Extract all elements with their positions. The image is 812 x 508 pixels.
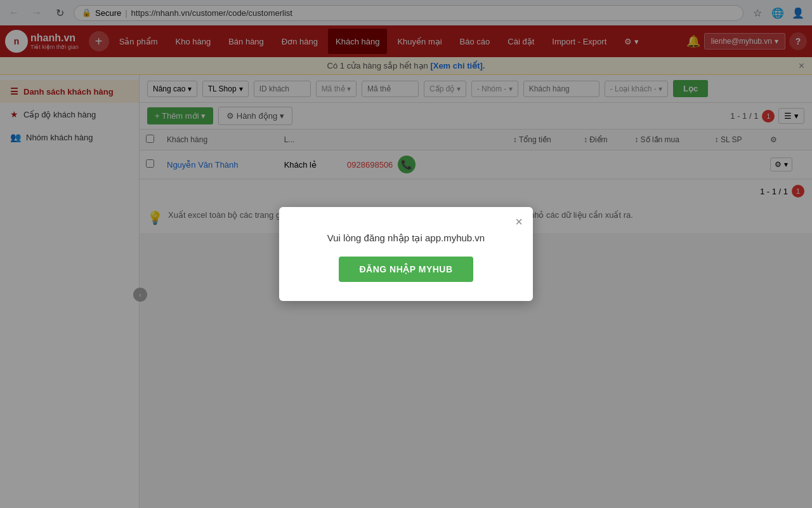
modal-login-button[interactable]: ĐĂNG NHẬP MYHUB	[339, 257, 473, 282]
modal-overlay[interactable]: × Vui lòng đăng nhập tại app.myhub.vn ĐĂ…	[0, 0, 812, 508]
login-modal: × Vui lòng đăng nhập tại app.myhub.vn ĐĂ…	[279, 207, 533, 301]
modal-close-button[interactable]: ×	[515, 215, 523, 229]
modal-text: Vui lòng đăng nhập tại app.myhub.vn	[304, 232, 508, 244]
